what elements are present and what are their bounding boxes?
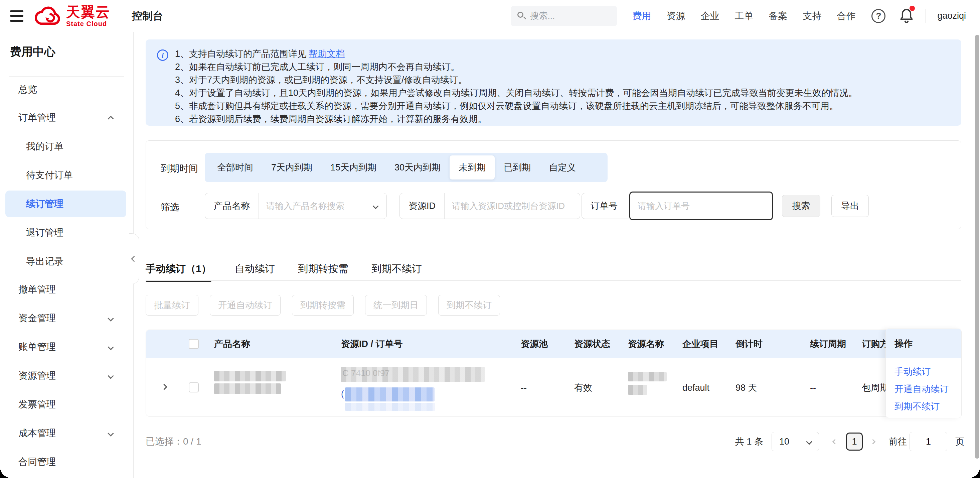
sidebar-item-bill-management[interactable]: 账单管理: [0, 336, 134, 358]
nav-item-support[interactable]: 支持: [803, 10, 821, 22]
brand-logo[interactable]: 天翼云 State Cloud: [33, 5, 110, 27]
cell-renew-cycle: --: [810, 382, 816, 393]
col-countdown: 倒计时: [735, 330, 762, 358]
expire-tab-15days[interactable]: 15天内到期: [321, 155, 385, 180]
hamburger-menu-icon[interactable]: [10, 10, 23, 22]
unified-expire-date-button[interactable]: 统一到期日: [365, 295, 427, 315]
export-button[interactable]: 导出: [831, 195, 869, 217]
expire-no-renew-button[interactable]: 到期不续订: [438, 295, 500, 315]
sidebar-item-invoice-management[interactable]: 发票管理: [0, 394, 134, 415]
order-no-input[interactable]: [630, 201, 772, 211]
expire-tab-7days[interactable]: 7天内到期: [262, 155, 321, 180]
nav-item-resources[interactable]: 资源: [667, 10, 685, 22]
sidebar-title: 费用中心: [10, 44, 56, 59]
tab-expire-to-ondemand[interactable]: 到期转按需: [298, 257, 348, 281]
nav-item-billing[interactable]: 费用: [632, 10, 651, 22]
chevron-down-icon: [108, 430, 114, 436]
redacted-resource-id: [341, 367, 485, 382]
notice-banner: i 1、支持自动续订的产品范围详见 帮助文档 2、如果在自动续订前已完成人工续订…: [146, 40, 961, 126]
notice-line-2: 2、如果在自动续订前已完成人工续订，则同一周期内不会再自动续订。: [175, 61, 951, 73]
sidebar-item-unsubscribe-management[interactable]: 退订管理: [0, 222, 134, 243]
expire-tab-not-expired[interactable]: 未到期: [450, 155, 495, 180]
top-header: 天翼云 State Cloud 控制台 费用 资源 企业 工单 备案 支持 合作…: [0, 0, 980, 32]
enable-auto-renew-button[interactable]: 开通自动续订: [210, 295, 281, 315]
info-icon: i: [157, 49, 169, 61]
operation-column: 操作 手动续订 开通自动续订 到期不续订: [886, 328, 962, 418]
sidebar-item-my-orders[interactable]: 我的订单: [0, 136, 134, 157]
tabs-underline-track: [146, 280, 961, 281]
col-resource-pool: 资源池: [521, 330, 548, 358]
sidebar-item-funds-management[interactable]: 资金管理: [0, 308, 134, 329]
tab-auto-renewal[interactable]: 自动续订: [235, 257, 275, 281]
tab-expire-no-renewal[interactable]: 到期不续订: [372, 257, 422, 281]
enable-auto-renew-link[interactable]: 开通自动续订: [894, 381, 961, 398]
sidebar-item-contract-management[interactable]: 合同管理: [0, 451, 134, 473]
expire-tab-all[interactable]: 全部时间: [208, 155, 262, 180]
header-divider: [121, 9, 121, 23]
current-page-button[interactable]: 1: [846, 433, 863, 451]
bulk-renew-button[interactable]: 批量续订: [146, 295, 199, 315]
bulk-actions: 批量续订 开通自动续订 到期转按需 统一到期日 到期不续订: [146, 295, 500, 315]
notice-line-1: 1、支持自动续订的产品范围详见 帮助文档: [175, 48, 951, 61]
notice-line-3: 3、对于7天内到期的资源，或已到期的资源，不支持设置/修改自动续订。: [175, 73, 951, 86]
nav-item-cooperation[interactable]: 合作: [837, 10, 856, 22]
help-icon[interactable]: ?: [872, 9, 886, 23]
sidebar-item-cost-management[interactable]: 成本管理: [0, 422, 134, 444]
tab-manual-renewal[interactable]: 手动续订（1）: [146, 257, 212, 281]
expire-time-label: 到期时间: [161, 162, 198, 175]
chevron-down-icon[interactable]: [372, 203, 379, 209]
row-expand-icon[interactable]: [161, 384, 167, 390]
prev-page-button[interactable]: [833, 432, 837, 451]
page-size-value: 10: [779, 437, 789, 447]
header-nav: 费用 资源 企业 工单 备案 支持 合作: [632, 10, 856, 22]
cell-order-method: 包周期: [862, 382, 886, 393]
sidebar-item-resource-management[interactable]: 资源管理: [0, 365, 134, 386]
next-page-button[interactable]: [871, 432, 875, 451]
select-all-checkbox[interactable]: [189, 339, 199, 349]
expire-tab-30days[interactable]: 30天内到期: [385, 155, 450, 180]
resource-id-input[interactable]: [445, 201, 580, 211]
expire-tab-expired[interactable]: 已到期: [495, 155, 540, 180]
page-size-select[interactable]: 10: [772, 432, 819, 451]
row-checkbox[interactable]: [189, 382, 199, 392]
filter-card: 到期时间 全部时间 7天内到期 15天内到期 30天内到期 未到期 已到期 自定…: [146, 140, 961, 229]
expire-no-renew-link[interactable]: 到期不续订: [894, 398, 961, 415]
screen: 天翼云 State Cloud 控制台 费用 资源 企业 工单 备案 支持 合作…: [0, 0, 980, 478]
sidebar-divider: [10, 76, 124, 76]
nav-item-tickets[interactable]: 工单: [735, 10, 753, 22]
sidebar-item-cancel-management[interactable]: 撤单管理: [0, 279, 134, 300]
username[interactable]: gaoziqi: [937, 11, 966, 21]
help-doc-link[interactable]: 帮助文档: [309, 49, 345, 59]
manual-renew-link[interactable]: 手动续订: [894, 363, 961, 381]
global-search-input[interactable]: [530, 11, 597, 21]
renewal-tabs: 手动续订（1） 自动续订 到期转按需 到期不续订: [146, 257, 961, 281]
global-search-box[interactable]: [511, 6, 617, 26]
redacted-resource-name-line1: [628, 372, 667, 381]
expire-tab-custom[interactable]: 自定义: [540, 155, 585, 180]
cell-countdown: 98 天: [735, 382, 757, 393]
console-title: 控制台: [132, 9, 163, 23]
col-operation: 操作: [886, 329, 961, 358]
product-name-label: 产品名称: [205, 193, 259, 218]
notice-line-4: 4、对于设置了自动续订，且10天内到期的资源，如果用户尝试修改自动续订周期、关闭…: [175, 86, 951, 100]
notice-line-6: 6、若资源到期后续费，续费周期自资源续订解冻开始，计算新的服务有效期。: [175, 113, 951, 126]
redacted-console-resource-id-link[interactable]: [345, 387, 434, 402]
nav-item-enterprise[interactable]: 企业: [700, 10, 719, 22]
expire-to-ondemand-button[interactable]: 到期转按需: [292, 295, 354, 315]
window-scrollbar[interactable]: [975, 35, 979, 459]
sidebar-collapse-handle[interactable]: [129, 233, 139, 284]
nav-item-icp[interactable]: 备案: [768, 10, 787, 22]
sidebar-item-renewal-management[interactable]: 续订管理: [0, 193, 134, 215]
table-footer: 已选择：0 / 1 共 1 条 10 1 前往 页: [146, 432, 961, 451]
search-button[interactable]: 搜索: [782, 195, 820, 217]
product-name-input[interactable]: [259, 201, 374, 211]
product-name-filter: 产品名称: [205, 193, 387, 219]
chevron-up-icon: [108, 116, 114, 122]
sidebar-item-pending-payment[interactable]: 待支付订单: [0, 164, 134, 186]
paren-glyph: (: [341, 389, 344, 399]
sidebar-item-export-records[interactable]: 导出记录: [0, 251, 134, 272]
goto-page-input[interactable]: [910, 432, 947, 451]
sidebar-group-order-management[interactable]: 订单管理: [0, 107, 134, 128]
sidebar-item-overview[interactable]: 总览: [0, 79, 134, 100]
notifications-bell[interactable]: [899, 8, 913, 24]
